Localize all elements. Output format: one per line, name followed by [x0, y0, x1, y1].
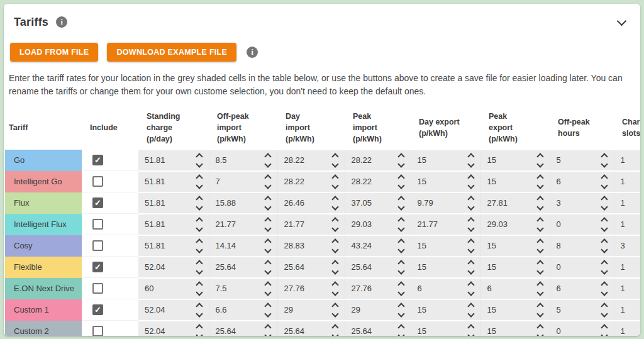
offpeak-import-input[interactable]: 7.5 [209, 279, 277, 299]
spinner-down-icon[interactable] [536, 203, 543, 210]
day-import-input[interactable]: 27.76 [278, 279, 345, 299]
charging-slots-input[interactable]: 1 [614, 150, 641, 170]
offpeak-import-input[interactable]: 15.88 [209, 193, 277, 213]
spinner-arrows[interactable] [265, 261, 270, 274]
spinner-down-icon[interactable] [601, 267, 608, 274]
offpeak-hours-input[interactable]: 6 [550, 172, 614, 192]
info-icon[interactable]: i [56, 16, 67, 28]
tariff-name-cell[interactable]: Custom 1 [5, 299, 82, 321]
spinner-arrows[interactable] [538, 175, 543, 188]
spinner-arrows[interactable] [333, 261, 338, 274]
tariff-name-cell[interactable]: Cosy [5, 235, 82, 257]
spinner-up-icon[interactable] [331, 238, 338, 245]
spinner-down-icon[interactable] [601, 203, 608, 210]
spinner-down-icon[interactable] [467, 160, 474, 167]
charging-slots-input[interactable]: 1 [614, 172, 641, 192]
charging-slots-input[interactable]: 1 [614, 300, 641, 320]
offpeak-import-input[interactable]: 25.64 [209, 257, 277, 277]
spinner-arrows[interactable] [265, 218, 270, 231]
peak-export-input[interactable]: 15 [481, 321, 550, 336]
spinner-up-icon[interactable] [331, 281, 338, 288]
offpeak-hours-input[interactable]: 5 [550, 150, 614, 170]
spinner-arrows[interactable] [197, 154, 202, 167]
spinner-up-icon[interactable] [331, 153, 338, 160]
offpeak-import-input[interactable]: 21.77 [209, 214, 277, 235]
spinner-arrows[interactable] [538, 197, 543, 209]
spinner-arrows[interactable] [538, 240, 543, 252]
peak-export-input[interactable]: 15 [481, 172, 550, 192]
spinner-up-icon[interactable] [196, 174, 203, 181]
charging-slots-input[interactable]: 1 [614, 279, 641, 299]
include-checkbox-checked[interactable]: ✓ [92, 197, 103, 208]
tariff-name-cell[interactable]: Intelligent Flux [5, 214, 82, 235]
peak-import-input[interactable]: 37.05 [345, 193, 411, 213]
spinner-down-icon[interactable] [397, 203, 404, 210]
spinner-arrows[interactable] [602, 304, 607, 316]
spinner-arrows[interactable] [469, 154, 474, 167]
spinner-up-icon[interactable] [196, 238, 203, 245]
charging-slots-input[interactable]: 1 [614, 214, 641, 235]
spinner-down-icon[interactable] [331, 310, 338, 317]
standing-charge-input[interactable]: 51.81 [138, 214, 209, 235]
spinner-up-icon[interactable] [264, 238, 271, 245]
offpeak-hours-input[interactable]: 5 [550, 300, 614, 320]
spinner-up-icon[interactable] [196, 260, 203, 267]
spinner-up-icon[interactable] [196, 196, 203, 203]
spinner-down-icon[interactable] [264, 289, 271, 296]
spinner-arrows[interactable] [538, 218, 543, 231]
spinner-down-icon[interactable] [397, 289, 404, 296]
spinner-arrows[interactable] [469, 197, 474, 209]
peak-export-input[interactable]: 27.81 [481, 193, 550, 213]
standing-charge-input[interactable]: 51.81 [138, 172, 209, 192]
spinner-down-icon[interactable] [196, 331, 203, 336]
spinner-up-icon[interactable] [331, 217, 338, 224]
spinner-up-icon[interactable] [467, 217, 474, 224]
spinner-arrows[interactable] [265, 240, 270, 252]
spinner-arrows[interactable] [197, 240, 202, 252]
spinner-arrows[interactable] [602, 261, 607, 274]
standing-charge-input[interactable]: 51.81 [138, 150, 209, 170]
spinner-down-icon[interactable] [397, 331, 404, 336]
spinner-down-icon[interactable] [196, 182, 203, 189]
spinner-up-icon[interactable] [601, 217, 608, 224]
offpeak-hours-input[interactable]: 3 [550, 193, 614, 213]
spinner-arrows[interactable] [469, 325, 474, 336]
spinner-arrows[interactable] [197, 282, 202, 295]
spinner-down-icon[interactable] [196, 246, 203, 253]
peak-import-input[interactable]: 29.03 [345, 214, 411, 235]
spinner-up-icon[interactable] [467, 303, 474, 309]
spinner-up-icon[interactable] [331, 324, 338, 331]
spinner-up-icon[interactable] [467, 281, 474, 288]
spinner-arrows[interactable] [333, 218, 338, 231]
spinner-arrows[interactable] [333, 240, 338, 252]
include-checkbox-unchecked[interactable] [92, 283, 103, 294]
standing-charge-input[interactable]: 52.04 [138, 300, 209, 320]
spinner-down-icon[interactable] [601, 246, 608, 253]
day-import-input[interactable]: 25.64 [278, 257, 345, 277]
spinner-down-icon[interactable] [536, 225, 543, 231]
day-export-input[interactable]: 6 [411, 279, 480, 299]
peak-import-input[interactable]: 28.22 [345, 150, 411, 170]
spinner-arrows[interactable] [333, 175, 338, 188]
spinner-up-icon[interactable] [601, 238, 608, 245]
spinner-arrows[interactable] [602, 282, 607, 295]
spinner-arrows[interactable] [265, 325, 270, 336]
day-export-input[interactable]: 15 [411, 257, 480, 277]
spinner-arrows[interactable] [333, 282, 338, 295]
spinner-up-icon[interactable] [601, 281, 608, 288]
spinner-down-icon[interactable] [264, 267, 271, 274]
spinner-down-icon[interactable] [601, 160, 608, 167]
spinner-arrows[interactable] [197, 175, 202, 188]
tariff-name-cell[interactable]: Custom 2 [5, 321, 82, 336]
day-export-input[interactable]: 9.79 [411, 193, 480, 213]
include-checkbox-checked[interactable]: ✓ [92, 262, 103, 272]
spinner-down-icon[interactable] [601, 182, 608, 189]
charging-slots-input[interactable]: 1 [614, 193, 641, 213]
day-export-input[interactable]: 15 [411, 150, 480, 170]
collapse-toggle[interactable] [615, 16, 628, 28]
spinner-up-icon[interactable] [196, 153, 203, 160]
spinner-arrows[interactable] [399, 261, 404, 274]
spinner-up-icon[interactable] [397, 174, 404, 181]
spinner-down-icon[interactable] [601, 225, 608, 231]
spinner-down-icon[interactable] [536, 310, 543, 317]
